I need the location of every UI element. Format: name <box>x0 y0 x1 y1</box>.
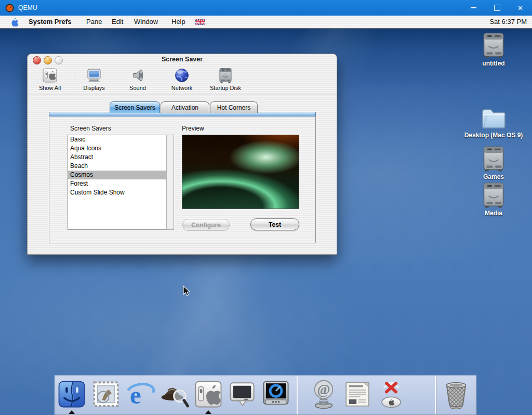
tab-panel: Screen Savers Preview Basic Aqua Icons A… <box>49 112 316 243</box>
toolbar-label: Network <box>171 85 192 91</box>
dock-sherlock[interactable] <box>159 379 190 410</box>
desktop-icon-desktop-macos9[interactable]: Desktop (Mac OS 9) <box>469 103 518 139</box>
maximize-icon <box>494 5 500 11</box>
list-scrollbar[interactable] <box>166 135 174 230</box>
finder-icon <box>57 379 87 409</box>
sherlock-icon <box>159 379 190 409</box>
toolbar-network[interactable]: Network <box>162 67 202 91</box>
dock-internet-explorer[interactable] <box>125 379 155 410</box>
toolbar-label: Show All <box>39 85 61 91</box>
toolbar-label: Sound <box>129 85 146 91</box>
keyboard-layout-flag-icon[interactable] <box>195 19 205 25</box>
maximize-button[interactable] <box>485 0 509 16</box>
dock-system-preferences[interactable] <box>193 379 223 410</box>
desktop-icon-label: Media <box>485 210 502 217</box>
internet-explorer-icon <box>125 379 155 409</box>
toolbar-sound[interactable]: Sound <box>118 67 157 91</box>
configure-button[interactable]: Configure <box>182 219 230 231</box>
running-indicator-finder <box>69 410 75 414</box>
qemu-app-icon <box>5 4 14 12</box>
list-item[interactable]: Abstract <box>68 153 166 162</box>
list-item[interactable]: Beach <box>68 162 166 171</box>
toolbar-show-all[interactable]: Show All <box>30 67 70 91</box>
window-title: Screen Saver <box>28 56 337 63</box>
minimize-icon <box>471 7 476 8</box>
dock-separator <box>297 376 298 414</box>
dock <box>55 375 476 415</box>
list-item[interactable]: Custom Slide Show <box>68 188 166 197</box>
toolbar-label: Startup Disk <box>210 85 241 91</box>
network-globe-icon <box>174 67 190 84</box>
screen-saver-window: Screen Saver Show All Displays Sound Net… <box>27 54 337 255</box>
menu-clock[interactable]: Sat 6:37 PM <box>489 16 527 28</box>
menu-bar: System Prefs Pane Edit Window Help Sat 6… <box>0 16 532 29</box>
saver-list-label: Screen Savers <box>70 125 111 132</box>
menu-app-name[interactable]: System Prefs <box>29 16 71 28</box>
screen-saver-preview <box>182 135 299 209</box>
running-indicator-system-preferences <box>205 410 211 414</box>
hard-disk-icon <box>480 181 508 209</box>
menu-item-window[interactable]: Window <box>134 16 158 28</box>
at-spring-icon <box>309 379 339 409</box>
apple-menu[interactable] <box>10 17 20 27</box>
menu-item-edit[interactable]: Edit <box>112 16 123 28</box>
airport-disconnected-icon <box>376 379 406 409</box>
show-all-icon <box>42 67 58 84</box>
list-item[interactable]: Aqua Icons <box>68 144 166 153</box>
mouse-cursor <box>183 286 190 297</box>
window-titlebar[interactable]: Screen Saver <box>28 54 337 65</box>
folder-icon <box>480 103 508 131</box>
startup-disk-icon <box>217 67 234 84</box>
menu-item-help[interactable]: Help <box>171 16 185 28</box>
tab-hot-corners[interactable]: Hot Corners <box>210 101 258 113</box>
toolbar-displays[interactable]: Displays <box>74 67 114 91</box>
displays-icon <box>86 67 102 84</box>
toolbar-startup-disk[interactable]: Startup Disk <box>206 67 245 91</box>
tab-activation[interactable]: Activation <box>161 101 209 113</box>
dock-finder[interactable] <box>57 379 87 410</box>
dock-airport[interactable] <box>376 379 406 410</box>
displays-docklet-icon <box>227 379 257 409</box>
dock-displays[interactable] <box>227 379 257 410</box>
system-preferences-icon <box>193 379 223 409</box>
dock-mail-at[interactable] <box>309 379 339 410</box>
qemu-titlebar: QEMU ✕ <box>0 0 532 16</box>
preview-label: Preview <box>182 125 204 132</box>
dock-news[interactable] <box>342 379 373 410</box>
desktop-icon-untitled[interactable]: untitled <box>469 31 518 67</box>
list-item[interactable]: Basic <box>68 135 166 144</box>
qemu-window-controls: ✕ <box>462 0 532 16</box>
desktop-icon-label: untitled <box>482 60 504 67</box>
screen: QEMU ✕ System Prefs Pane Edit Window Hel… <box>0 0 532 415</box>
dock-trash[interactable] <box>441 379 471 410</box>
hard-disk-icon <box>480 145 508 173</box>
desktop-icon-label: Games <box>483 173 504 180</box>
test-button[interactable]: Test <box>250 218 299 230</box>
desktop-icon-label: Desktop (Mac OS 9) <box>464 132 523 139</box>
quicktime-icon <box>261 379 291 409</box>
apple-logo-icon <box>10 17 19 27</box>
mail-stamp-icon <box>91 379 121 409</box>
trash-icon <box>441 379 471 409</box>
close-icon: ✕ <box>517 5 523 11</box>
hard-disk-icon <box>480 31 508 59</box>
menu-item-pane[interactable]: Pane <box>86 16 102 28</box>
close-button[interactable]: ✕ <box>509 0 532 16</box>
desktop-icon-games[interactable]: Games <box>469 145 518 180</box>
desktop-icon-media[interactable]: Media <box>469 181 518 217</box>
qemu-window-title: QEMU <box>18 4 37 11</box>
minimize-button[interactable] <box>462 0 485 16</box>
sound-speaker-icon <box>129 67 146 84</box>
list-item[interactable]: Forest <box>68 179 166 188</box>
newspaper-icon <box>342 379 373 409</box>
dock-separator <box>435 376 436 414</box>
tab-screen-savers[interactable]: Screen Savers <box>110 101 160 113</box>
screen-saver-list[interactable]: Basic Aqua Icons Abstract Beach Cosmos F… <box>68 135 167 230</box>
dock-quicktime[interactable] <box>261 379 291 410</box>
preferences-toolbar: Show All Displays Sound Network Startup … <box>28 65 337 95</box>
dock-mail[interactable] <box>91 379 121 410</box>
toolbar-label: Displays <box>83 85 105 91</box>
list-item-selected[interactable]: Cosmos <box>68 171 166 179</box>
